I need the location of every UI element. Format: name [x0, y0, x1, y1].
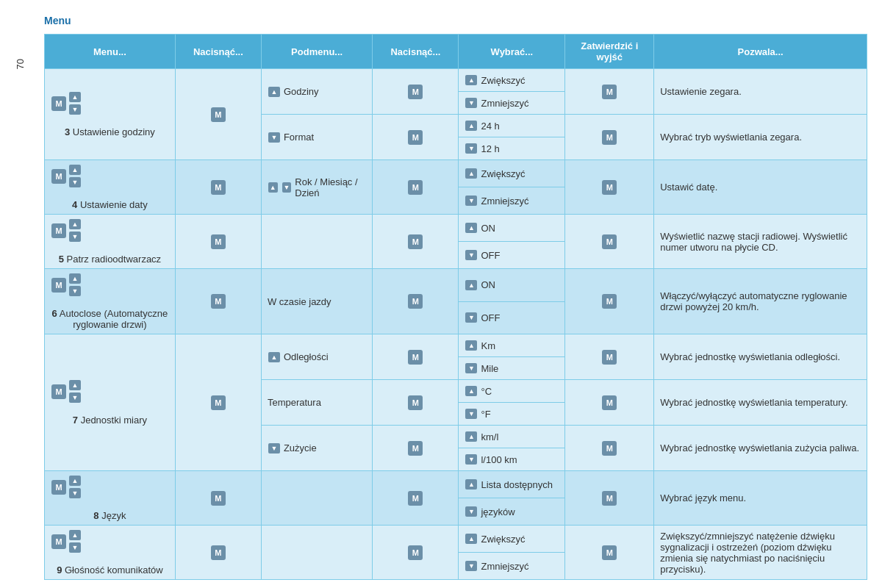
- arrow-down-btn[interactable]: ▼: [69, 392, 81, 403]
- arrow-up-btn[interactable]: ▲: [465, 479, 477, 490]
- m-button[interactable]: M: [51, 96, 66, 111]
- m-button[interactable]: M: [602, 130, 617, 145]
- pozwala-cell: Wybrać tryb wyświetlania zegara.: [654, 115, 867, 160]
- m-button[interactable]: M: [602, 545, 617, 560]
- arrow-down-btn[interactable]: ▼: [465, 98, 477, 108]
- arrow-up-btn[interactable]: ▲: [465, 431, 477, 442]
- m-button[interactable]: M: [51, 223, 66, 238]
- arrow-down-btn[interactable]: ▼: [465, 363, 477, 373]
- zatw-cell: M: [565, 269, 654, 334]
- podmenu-cell: ▲Godziny: [261, 69, 372, 115]
- arrow-up-btn[interactable]: ▲: [465, 340, 477, 351]
- arrow-down-btn[interactable]: ▼: [282, 182, 292, 193]
- m-button[interactable]: M: [408, 234, 423, 249]
- arrow-up-btn[interactable]: ▲: [69, 92, 81, 102]
- pozwala-cell: Włączyć/wyłączyć automatyczne ryglowanie…: [654, 269, 867, 334]
- m-button[interactable]: M: [602, 85, 617, 99]
- m-button[interactable]: M: [408, 441, 423, 456]
- arrow-up-btn[interactable]: ▲: [465, 75, 477, 85]
- m-button[interactable]: M: [602, 395, 617, 410]
- m-button[interactable]: M: [211, 180, 226, 195]
- m-button[interactable]: M: [51, 480, 66, 495]
- menu-label: 8: [93, 510, 98, 521]
- header-nacisk1: Nacisnąć...: [175, 35, 261, 69]
- arrow-down-btn[interactable]: ▼: [69, 488, 81, 498]
- arrow-down-btn[interactable]: ▼: [268, 132, 280, 143]
- arrow-up-btn[interactable]: ▲: [69, 219, 81, 229]
- m-button[interactable]: M: [408, 130, 423, 145]
- m-button[interactable]: M: [51, 278, 66, 293]
- arrow-down-btn[interactable]: ▼: [69, 104, 81, 115]
- zatw-cell: M: [565, 215, 654, 269]
- m-button[interactable]: M: [211, 234, 226, 249]
- wybrac-cell: ▲Zwiększyć: [459, 69, 565, 92]
- menu-label: 4: [72, 199, 77, 210]
- arrow-down-btn[interactable]: ▼: [465, 454, 477, 465]
- arrow-down-btn[interactable]: ▼: [465, 506, 477, 517]
- m-button[interactable]: M: [408, 545, 423, 560]
- m-button[interactable]: M: [51, 384, 66, 399]
- m-button[interactable]: M: [211, 395, 226, 410]
- arrow-down-btn[interactable]: ▼: [465, 561, 477, 571]
- arrow-up-btn[interactable]: ▲: [69, 530, 81, 540]
- m-button[interactable]: M: [408, 395, 423, 410]
- wybrac-value: °F: [481, 409, 490, 420]
- nacisk2-cell: M: [373, 426, 459, 471]
- podmenu-cell: [261, 471, 372, 526]
- m-button[interactable]: M: [602, 234, 617, 249]
- arrow-up-btn[interactable]: ▲: [69, 165, 81, 175]
- wybrac-value: Zmniejszyć: [481, 98, 528, 109]
- zatw-cell: M: [565, 526, 654, 580]
- m-button[interactable]: M: [51, 169, 66, 184]
- arrow-up-btn[interactable]: ▲: [69, 476, 81, 486]
- nacisk1-cell: M: [175, 334, 261, 471]
- wybrac-cell: ▲Lista dostępnych: [459, 471, 565, 498]
- arrow-up-btn[interactable]: ▲: [268, 182, 278, 193]
- m-button[interactable]: M: [602, 180, 617, 195]
- arrow-up-btn[interactable]: ▲: [69, 273, 81, 284]
- arrow-down-btn[interactable]: ▼: [268, 443, 280, 453]
- arrow-down-btn[interactable]: ▼: [465, 196, 477, 206]
- submenu-row: Temperatura: [268, 395, 366, 409]
- arrow-up-btn[interactable]: ▲: [465, 223, 477, 233]
- podmenu-cell: ▼Zużycie: [261, 426, 372, 471]
- arrow-down-btn[interactable]: ▼: [69, 177, 81, 187]
- m-button[interactable]: M: [602, 491, 617, 506]
- arrow-down-btn[interactable]: ▼: [69, 232, 81, 242]
- arrow-up-btn[interactable]: ▲: [465, 168, 477, 179]
- arrow-up-btn[interactable]: ▲: [268, 87, 280, 97]
- m-button[interactable]: M: [602, 441, 617, 456]
- m-button[interactable]: M: [408, 491, 423, 506]
- arrow-down-btn[interactable]: ▼: [465, 143, 477, 154]
- m-button[interactable]: M: [211, 491, 226, 506]
- arrow-up-btn[interactable]: ▲: [465, 280, 477, 290]
- m-button[interactable]: M: [408, 85, 423, 99]
- m-button[interactable]: M: [408, 294, 423, 309]
- zatw-cell: M: [565, 426, 654, 471]
- pozwala-text: Wybrać język menu.: [660, 492, 746, 503]
- pozwala-cell: Wybrać język menu.: [654, 471, 867, 526]
- m-button[interactable]: M: [602, 350, 617, 365]
- wybrac-cell: ▼Zmniejszyć: [459, 92, 565, 115]
- m-button[interactable]: M: [211, 545, 226, 560]
- arrow-up-btn[interactable]: ▲: [69, 380, 81, 390]
- table-row: M ▲ ▼ 3 Ustawienie godzinyM▲GodzinyM▲Zwi…: [45, 69, 867, 92]
- m-button[interactable]: M: [602, 294, 617, 309]
- arrow-down-btn[interactable]: ▼: [465, 312, 477, 323]
- nacisk1-cell: M: [175, 471, 261, 526]
- podmenu-cell: [261, 215, 372, 269]
- arrow-up-btn[interactable]: ▲: [465, 386, 477, 396]
- m-button[interactable]: M: [51, 534, 66, 549]
- m-button[interactable]: M: [408, 350, 423, 365]
- arrow-down-btn[interactable]: ▼: [465, 250, 477, 260]
- m-button[interactable]: M: [211, 294, 226, 309]
- m-button[interactable]: M: [408, 180, 423, 195]
- m-button[interactable]: M: [211, 107, 226, 122]
- arrow-up-btn[interactable]: ▲: [268, 352, 280, 362]
- arrow-down-btn[interactable]: ▼: [69, 286, 81, 296]
- arrow-up-btn[interactable]: ▲: [465, 121, 477, 131]
- arrow-down-btn[interactable]: ▼: [465, 409, 477, 419]
- arrow-down-btn[interactable]: ▼: [69, 542, 81, 553]
- wybrac-value: Zmniejszyć: [481, 196, 528, 207]
- arrow-up-btn[interactable]: ▲: [465, 534, 477, 544]
